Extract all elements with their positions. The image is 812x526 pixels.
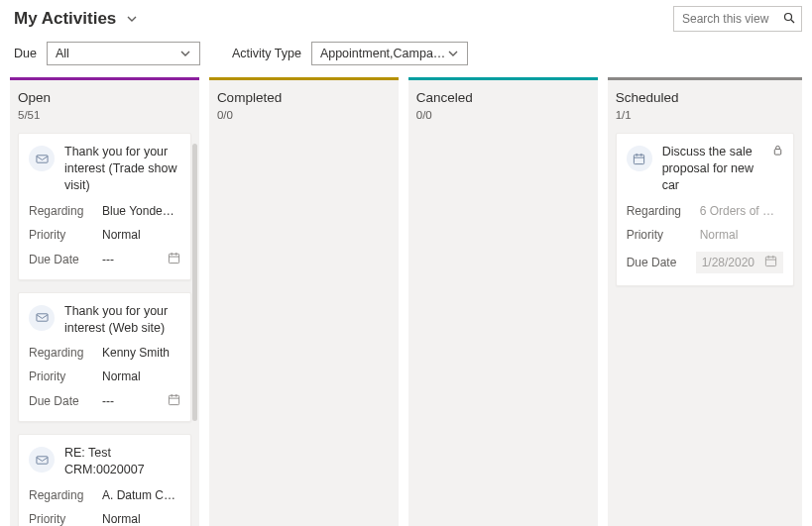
column-count: 0/0 [217,109,391,121]
regarding-value: Blue Yonder Ai... [102,204,177,218]
svg-point-0 [785,13,792,20]
column-count: 1/1 [616,109,794,121]
column-completed: Completed 0/0 [209,77,399,526]
column-title: Open [18,90,191,105]
activity-card[interactable]: Thank you for your interest (Web site) R… [18,292,191,423]
due-date-value: --- [102,394,114,408]
regarding-value: 6 Orders of pro... [700,204,775,218]
due-filter-dropdown[interactable]: All [47,42,200,65]
view-title-wrap[interactable]: My Activities [14,9,138,29]
regarding-label: Regarding [29,488,102,502]
search-input[interactable] [680,11,774,27]
regarding-label: Regarding [29,204,102,218]
activity-type-dropdown[interactable]: Appointment,Campaign Acti... [311,42,468,65]
lock-icon [772,144,783,158]
card-title: RE: Test CRM:0020007 [64,445,180,478]
svg-rect-2 [36,155,47,161]
due-filter-value: All [56,47,69,60]
column-count: 0/0 [416,109,590,121]
svg-rect-12 [36,457,47,464]
column-open: Open 5/51 Thank you for your interest (T… [10,77,199,526]
column-title: Scheduled [616,90,794,105]
svg-rect-17 [774,150,780,156]
svg-rect-13 [635,155,644,163]
due-date-label: Due Date [627,256,700,269]
priority-label: Priority [29,228,102,242]
svg-rect-7 [36,314,47,321]
regarding-label: Regarding [29,346,102,360]
due-date-value: --- [102,253,114,266]
kanban-board: Open 5/51 Thank you for your interest (T… [0,77,812,526]
appointment-icon [627,146,652,171]
regarding-label: Regarding [627,204,700,218]
chevron-down-icon [126,13,138,25]
calendar-icon[interactable] [168,252,180,267]
calendar-icon[interactable] [168,393,180,409]
svg-rect-3 [169,254,178,263]
calendar-icon [764,255,777,270]
regarding-value: Kenny Smith [102,346,170,360]
svg-line-1 [791,20,794,23]
due-date-label: Due Date [29,253,102,266]
activity-card[interactable]: Discuss the sale proposal for new car Re… [616,133,794,286]
filter-bar: Due All Activity Type Appointment,Campai… [0,36,812,77]
search-box[interactable] [673,6,802,32]
priority-value: Normal [102,512,141,526]
due-date-pill[interactable]: 1/28/2020 [696,252,783,273]
email-icon [29,305,55,331]
email-icon [29,447,55,473]
column-canceled: Canceled 0/0 [408,77,598,526]
email-icon [29,146,55,171]
due-date-label: Due Date [29,394,102,408]
svg-rect-18 [765,257,775,265]
priority-label: Priority [29,512,102,526]
priority-value: Normal [700,228,739,242]
priority-value: Normal [102,369,141,383]
chevron-down-icon [447,48,459,59]
priority-label: Priority [29,369,102,383]
card-title: Thank you for your interest (Trade show … [64,144,180,194]
search-icon [783,12,795,27]
card-title: Discuss the sale proposal for new car [662,144,762,194]
due-filter-label: Due [14,47,37,60]
column-count: 5/51 [18,109,191,121]
chevron-down-icon [179,48,191,59]
column-title: Canceled [416,90,590,105]
priority-label: Priority [627,228,700,242]
page-header: My Activities [0,0,812,36]
due-date-value: 1/28/2020 [702,256,754,269]
activity-type-filter-label: Activity Type [232,47,301,60]
column-scheduled: Scheduled 1/1 Discuss the sale proposal … [608,77,802,526]
scrollbar[interactable] [192,144,197,421]
activity-type-value: Appointment,Campaign Acti... [320,47,447,60]
priority-value: Normal [102,228,141,242]
svg-rect-8 [169,396,178,405]
activity-card[interactable]: Thank you for your interest (Trade show … [18,133,191,280]
activity-card[interactable]: RE: Test CRM:0020007 RegardingA. Datum C… [18,434,191,526]
page-title: My Activities [14,9,116,29]
column-title: Completed [217,90,391,105]
regarding-value: A. Datum Corp... [102,488,177,502]
card-title: Thank you for your interest (Web site) [64,303,180,337]
